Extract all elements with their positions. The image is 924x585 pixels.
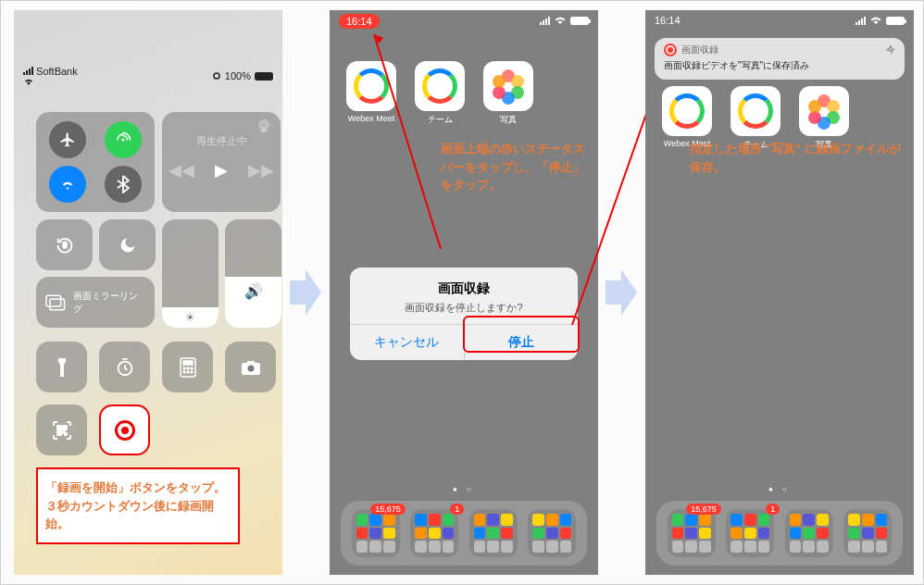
- bluetooth-icon[interactable]: [105, 166, 142, 203]
- page-indicator: ● ○: [330, 485, 598, 493]
- do-not-disturb-button[interactable]: [99, 219, 156, 270]
- media-tile[interactable]: 再生停止中 ◀◀ ▶ ▶▶: [162, 112, 281, 212]
- timer-button[interactable]: [99, 342, 150, 392]
- svg-point-14: [187, 371, 189, 373]
- svg-rect-17: [57, 426, 61, 429]
- record-icon: [115, 420, 135, 441]
- svg-point-12: [191, 367, 193, 369]
- signal-icon: [540, 17, 550, 25]
- dock-folder-3[interactable]: [785, 509, 833, 557]
- dock-folder-1[interactable]: 15,675: [668, 509, 716, 557]
- notif-app-name: 画面収録: [681, 44, 718, 56]
- battery-pct: 100%: [225, 70, 251, 81]
- phone-control-center: SoftBank 100% 再生停止中 ◀◀ ▶ ▶▶ 画面ミラーリング ☀ 🔊: [14, 10, 282, 575]
- screen-mirroring-button[interactable]: 画面ミラーリング: [36, 277, 155, 328]
- phone-stop-recording: 16:14 Webex Meet チーム 写真 画面上端の赤いステータスバーをタ…: [330, 10, 598, 575]
- wifi-icon: [23, 77, 34, 86]
- status-bar: SoftBank 100%: [14, 66, 282, 86]
- svg-point-0: [214, 73, 219, 79]
- wifi-icon: [869, 16, 882, 25]
- svg-line-22: [374, 34, 441, 249]
- airplay-icon[interactable]: [256, 119, 271, 132]
- signal-icon: [23, 67, 33, 75]
- volume-slider[interactable]: 🔊: [225, 219, 281, 328]
- connectivity-tile[interactable]: [36, 112, 155, 212]
- dock: 15,675 1: [656, 501, 903, 566]
- time-label: 16:14: [655, 15, 681, 26]
- annotation-note-1: 「録画を開始」ボタンをタップ。３秒カウントダウン後に録画開始。: [36, 467, 240, 544]
- volume-icon: 🔊: [244, 282, 263, 300]
- svg-rect-6: [50, 299, 65, 310]
- mirror-label: 画面ミラーリング: [73, 290, 145, 316]
- dock-folder-1[interactable]: 15,675: [352, 509, 400, 557]
- dock-folder-4[interactable]: [528, 509, 576, 557]
- dock: 15,675 1: [341, 501, 587, 566]
- signal-icon: [855, 17, 866, 25]
- alert-message: 画面収録を停止しますか?: [357, 301, 570, 315]
- next-track-icon[interactable]: ▶▶: [248, 160, 274, 180]
- notif-body: 画面収録ビデオを"写真"に保存済み: [664, 59, 895, 72]
- battery-icon: [886, 17, 905, 25]
- recording-dot-icon: [212, 71, 221, 81]
- svg-point-11: [187, 367, 189, 369]
- status-bar: 16:14: [645, 10, 914, 31]
- calculator-button[interactable]: [162, 342, 213, 392]
- airplane-icon[interactable]: [49, 121, 86, 158]
- cellular-icon[interactable]: [105, 121, 142, 158]
- dock-folder-4[interactable]: [843, 509, 892, 557]
- svg-rect-18: [63, 426, 67, 429]
- flashlight-button[interactable]: [36, 342, 87, 392]
- svg-point-1: [122, 139, 125, 142]
- svg-rect-9: [183, 361, 193, 365]
- svg-rect-21: [65, 433, 67, 435]
- annotation-arrow-to-pill: [367, 27, 450, 258]
- camera-button[interactable]: [225, 342, 276, 392]
- alert-cancel-button[interactable]: キャンセル: [350, 325, 464, 360]
- screen-record-button[interactable]: [99, 405, 150, 455]
- qr-code-button[interactable]: [36, 405, 87, 455]
- alert-title: 画面収録: [438, 280, 490, 295]
- dock-folder-2[interactable]: 1: [410, 509, 458, 557]
- wifi-icon: [554, 16, 567, 25]
- wifi-toggle-icon[interactable]: [49, 166, 86, 203]
- dock-folder-2[interactable]: 1: [726, 509, 774, 557]
- dock-folder-3[interactable]: [469, 509, 518, 557]
- prev-track-icon[interactable]: ◀◀: [169, 160, 194, 180]
- annotation-note-3: 指定した場所 "写真" に録画ファイルが保存。: [690, 140, 903, 176]
- battery-icon: [570, 17, 589, 25]
- saved-notification[interactable]: 画面収録 今 画面収録ビデオを"写真"に保存済み: [655, 38, 905, 80]
- play-icon[interactable]: ▶: [215, 160, 228, 180]
- brightness-slider[interactable]: ☀: [162, 219, 219, 328]
- app-photos[interactable]: 写真: [483, 61, 533, 126]
- mirror-icon: [45, 294, 66, 311]
- svg-rect-5: [46, 295, 61, 306]
- svg-rect-19: [57, 431, 61, 435]
- svg-point-16: [247, 365, 254, 371]
- flow-arrow-2: [606, 269, 637, 316]
- notif-when: 今: [886, 44, 895, 56]
- svg-point-13: [183, 371, 185, 373]
- svg-point-10: [183, 367, 185, 369]
- battery-icon: [255, 72, 273, 81]
- carrier-label: SoftBank: [23, 66, 78, 86]
- media-status-label: 再生停止中: [162, 134, 281, 148]
- record-icon: [664, 44, 677, 56]
- orientation-lock-button[interactable]: [36, 219, 93, 270]
- page-indicator: ● ○: [645, 485, 914, 493]
- phone-saved-notification: 16:14 画面収録 今 画面収録ビデオを"写真"に保存済み Webex Mee…: [645, 10, 914, 575]
- flow-arrow-1: [290, 269, 321, 316]
- svg-point-15: [191, 371, 193, 373]
- brightness-icon: ☀: [185, 311, 195, 324]
